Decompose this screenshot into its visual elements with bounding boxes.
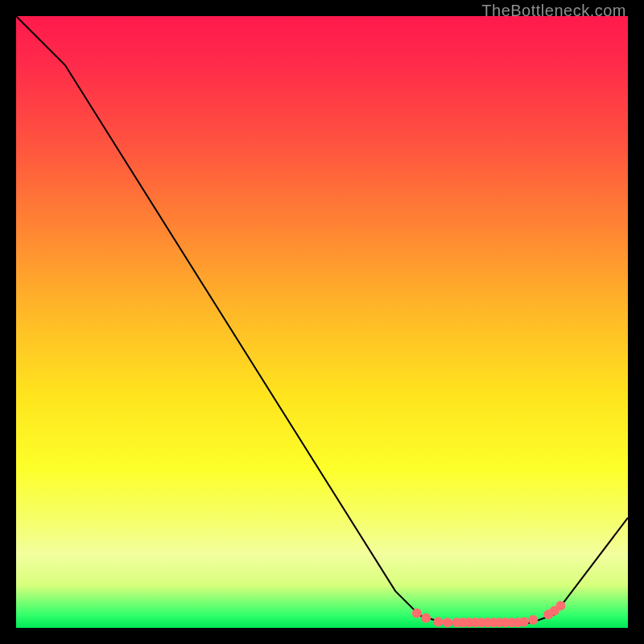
data-marker xyxy=(421,613,431,623)
data-marker xyxy=(528,615,538,625)
data-marker xyxy=(555,601,565,611)
data-marker xyxy=(412,609,422,618)
bottleneck-curve xyxy=(16,16,628,623)
plot-area xyxy=(16,16,628,628)
chart-frame: TheBottleneck.com xyxy=(0,0,644,644)
data-marker xyxy=(519,617,529,626)
data-marker xyxy=(433,617,443,626)
chart-svg xyxy=(16,16,628,628)
data-marker xyxy=(443,617,452,627)
